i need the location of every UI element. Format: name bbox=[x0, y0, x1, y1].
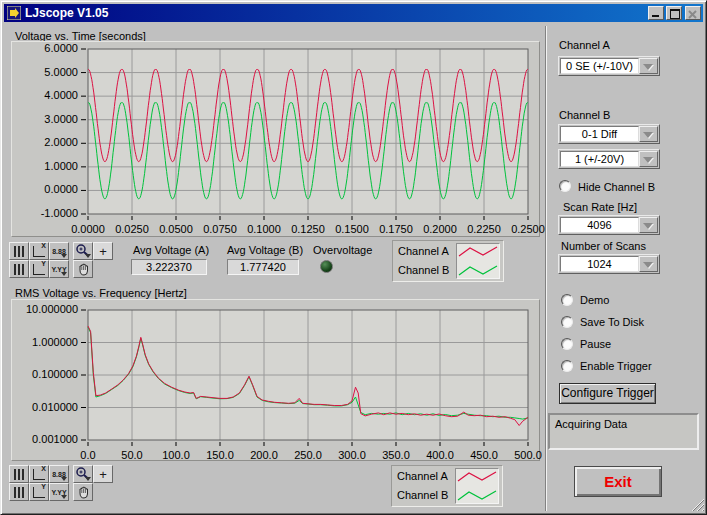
dropdown-corner-icon bbox=[85, 254, 91, 258]
autoscale-y-icon: Y bbox=[33, 487, 45, 498]
y-format-button[interactable]: Y.YY bbox=[49, 483, 69, 501]
close-button[interactable] bbox=[685, 6, 701, 20]
crosshair-tool-button[interactable]: + bbox=[93, 465, 113, 483]
chevron-down-icon bbox=[643, 262, 653, 268]
autoscale-x-button[interactable]: X bbox=[29, 242, 49, 260]
scale-lock-icon bbox=[14, 264, 25, 275]
scan-rate-dropdown-button[interactable] bbox=[639, 217, 658, 233]
crosshair-tool-button[interactable]: + bbox=[93, 242, 113, 260]
minimize-button[interactable] bbox=[648, 6, 664, 20]
number-of-scans-select[interactable]: 1024 bbox=[558, 254, 660, 274]
dropdown-corner-icon bbox=[85, 477, 91, 481]
channel-b-mode-select[interactable]: 0-1 Diff bbox=[558, 124, 660, 144]
labview-app-icon bbox=[7, 6, 21, 20]
channel-b-range-dropdown-button[interactable] bbox=[639, 151, 658, 167]
freq-chart-legend: Channel A Channel B bbox=[391, 465, 503, 507]
dropdown-corner-icon bbox=[61, 495, 67, 499]
dropdown-corner-icon bbox=[61, 272, 67, 276]
minimize-icon bbox=[652, 15, 659, 17]
y-axis-tick-label: 0.0000 bbox=[8, 183, 78, 195]
freq-chart-plot[interactable] bbox=[81, 307, 531, 452]
y-axis-tick-label: 3.0000 bbox=[8, 113, 78, 125]
y-axis-tick-label: 0.010000 bbox=[8, 401, 78, 413]
title-bar[interactable]: LJscope V1.05 bbox=[4, 4, 703, 22]
scale-lock-icon bbox=[14, 487, 25, 498]
window-title: LJscope V1.05 bbox=[25, 6, 108, 20]
scale-lock-icon bbox=[14, 246, 25, 257]
autoscale-x-button[interactable]: X bbox=[29, 465, 49, 483]
avg-voltage-a-label: Avg Voltage (A) bbox=[127, 244, 215, 256]
legend-channel-a-label: Channel A bbox=[398, 245, 449, 257]
hide-channel-b-radio[interactable] bbox=[559, 180, 571, 192]
autoscale-x-icon: X bbox=[33, 469, 45, 480]
x-format-button[interactable]: 8.88 bbox=[49, 242, 69, 260]
scale-lock-y-button[interactable] bbox=[9, 260, 29, 278]
y-format-button[interactable]: Y.YY bbox=[49, 260, 69, 278]
scan-rate-value: 4096 bbox=[560, 217, 639, 233]
y-axis-tick-label: 1.0000 bbox=[8, 160, 78, 172]
channel-b-range-value: 1 (+/-20V) bbox=[560, 151, 639, 167]
channel-a-dropdown-button[interactable] bbox=[639, 58, 658, 74]
number-of-scans-dropdown-button[interactable] bbox=[639, 256, 658, 272]
pause-radio[interactable] bbox=[561, 338, 573, 350]
channel-a-label: Channel A bbox=[559, 39, 610, 51]
legend-line-samples[interactable] bbox=[456, 243, 500, 279]
autoscale-x-icon: X bbox=[33, 246, 45, 257]
y-axis-tick-label: 2.0000 bbox=[8, 136, 78, 148]
x-format-button[interactable]: 8.88 bbox=[49, 465, 69, 483]
avg-voltage-b-value: 1.777420 bbox=[227, 259, 299, 275]
crosshair-icon: + bbox=[99, 467, 107, 482]
autoscale-y-icon: Y bbox=[33, 264, 45, 275]
scale-lock-y-button[interactable] bbox=[9, 483, 29, 501]
exit-button[interactable]: Exit bbox=[574, 466, 662, 497]
freq-chart-title: RMS Voltage vs. Frequency [Hertz] bbox=[15, 287, 187, 299]
channel-b-range-select[interactable]: 1 (+/-20V) bbox=[558, 149, 660, 169]
scale-lock-icon bbox=[14, 469, 25, 480]
overvoltage-led bbox=[320, 260, 333, 273]
close-icon bbox=[686, 9, 700, 21]
channel-b-mode-dropdown-button[interactable] bbox=[639, 126, 658, 142]
maximize-button[interactable] bbox=[666, 6, 682, 20]
chevron-down-icon bbox=[643, 223, 653, 229]
zoom-button[interactable] bbox=[73, 465, 93, 483]
enable-trigger-radio[interactable] bbox=[561, 360, 573, 372]
save-to-disk-label: Save To Disk bbox=[580, 316, 644, 328]
autoscale-y-button[interactable]: Y bbox=[29, 260, 49, 278]
time-chart-plot[interactable] bbox=[81, 46, 531, 226]
resize-grip[interactable] bbox=[688, 495, 704, 511]
scale-lock-x-button[interactable] bbox=[9, 242, 29, 260]
y-axis-tick-label: 0.001000 bbox=[8, 433, 78, 445]
y-axis-tick-label: 10.000000 bbox=[8, 303, 78, 315]
save-to-disk-radio[interactable] bbox=[561, 316, 573, 328]
configure-trigger-button[interactable]: Configure Trigger bbox=[559, 383, 656, 404]
overvoltage-label: Overvoltage bbox=[313, 244, 372, 256]
channel-a-select[interactable]: 0 SE (+/-10V) bbox=[558, 56, 660, 76]
number-of-scans-value: 1024 bbox=[560, 256, 639, 272]
pan-tool-button[interactable] bbox=[73, 260, 93, 278]
y-axis-tick-label: 6.0000 bbox=[8, 42, 78, 54]
scan-rate-label: Scan Rate [Hz] bbox=[563, 201, 637, 213]
status-display: Acquiring Data bbox=[548, 413, 699, 450]
freq-graph-palette: X 8.88 Y Y.YY bbox=[9, 465, 69, 501]
time-zoom-palette: + bbox=[73, 242, 113, 278]
zoom-button[interactable] bbox=[73, 242, 93, 260]
hand-icon bbox=[76, 485, 91, 500]
y-axis-tick-label: 5.0000 bbox=[8, 66, 78, 78]
avg-voltage-a-value: 3.222370 bbox=[131, 259, 207, 275]
pan-tool-button[interactable] bbox=[73, 483, 93, 501]
legend-line-samples[interactable] bbox=[455, 468, 499, 504]
chevron-down-icon bbox=[643, 64, 653, 70]
scale-lock-x-button[interactable] bbox=[9, 465, 29, 483]
y-axis-tick-label: -1.0000 bbox=[8, 207, 78, 219]
autoscale-y-button[interactable]: Y bbox=[29, 483, 49, 501]
x-axis-tick-label: 0.2500 bbox=[500, 223, 556, 235]
channel-a-value: 0 SE (+/-10V) bbox=[560, 58, 639, 74]
demo-radio[interactable] bbox=[561, 294, 573, 306]
chevron-down-icon bbox=[643, 132, 653, 138]
scan-rate-select[interactable]: 4096 bbox=[558, 215, 660, 235]
legend-channel-a-label: Channel A bbox=[397, 470, 448, 482]
y-axis-tick-label: 1.000000 bbox=[8, 336, 78, 348]
channel-b-mode-value: 0-1 Diff bbox=[560, 126, 639, 142]
dropdown-corner-icon bbox=[61, 477, 67, 481]
legend-channel-b-label: Channel B bbox=[397, 489, 448, 501]
